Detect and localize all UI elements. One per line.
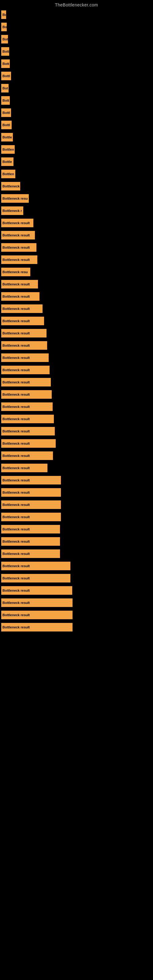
bar-row: Bottleneck result bbox=[0, 621, 153, 633]
bar-label: Bottleneck result bbox=[2, 589, 30, 592]
bar-row: Bottleneck result bbox=[0, 560, 153, 572]
bar: Bottleneck result bbox=[1, 378, 51, 387]
bar: Bottleneck resu bbox=[1, 268, 30, 276]
bar: Bottleneck result bbox=[1, 280, 38, 288]
bar-row: Bottleneck result bbox=[0, 339, 153, 352]
bar-label: Bottleneck result bbox=[2, 344, 30, 347]
bar: Bottleneck result bbox=[1, 402, 53, 411]
bar-label: Bottleneck result bbox=[2, 258, 30, 261]
bar-label: Bottleneck result bbox=[2, 356, 30, 360]
bar-row: Bottleneck result bbox=[0, 376, 153, 388]
bar: Bottleneck result bbox=[1, 341, 47, 350]
bar-row: Bottleneck result bbox=[0, 609, 153, 621]
bar-row: Bottleneck result bbox=[0, 572, 153, 584]
bar-row: Bottlen bbox=[0, 168, 153, 180]
bar-row: Bottleneck result bbox=[0, 364, 153, 376]
bar: Bottleneck result bbox=[1, 586, 72, 595]
bar-label: Bottl bbox=[2, 74, 10, 78]
bar-label: Bottleneck result bbox=[2, 246, 30, 249]
bar-label: Bottleneck result bbox=[2, 454, 30, 458]
bar: Bottleneck result bbox=[1, 231, 35, 240]
bar-row: Bottlen bbox=[0, 143, 153, 156]
bar-label: Bottl bbox=[2, 111, 10, 115]
bar-label: Bottleneck resu bbox=[2, 197, 28, 200]
bar: Bottleneck result bbox=[1, 488, 61, 497]
bar: Bottleneck result bbox=[1, 562, 70, 570]
bar-label: Bottleneck bbox=[2, 185, 19, 188]
bar-row: Bottleneck result bbox=[0, 474, 153, 486]
bar-label: Bottleneck result bbox=[2, 319, 30, 323]
bar-label: Bottle bbox=[2, 135, 12, 139]
bar-row: Bottleneck result bbox=[0, 499, 153, 511]
bar: Bottleneck result bbox=[1, 476, 61, 485]
bar: Bot bbox=[1, 84, 9, 92]
bar-label: Bo bbox=[2, 25, 7, 29]
bar-row: Bottleneck result bbox=[0, 413, 153, 425]
bar-row: Bo bbox=[0, 21, 153, 33]
bar-row: Bottleneck result bbox=[0, 438, 153, 450]
bar: Bottleneck result bbox=[1, 353, 49, 362]
bar-row: Bo bbox=[0, 9, 153, 21]
bar-row: Bottleneck result bbox=[0, 315, 153, 327]
bar-row: Bot bbox=[0, 33, 153, 45]
bar-label: Bottleneck result bbox=[2, 527, 30, 531]
bar: Bottleneck result bbox=[1, 500, 61, 509]
bar: Bottleneck result bbox=[1, 317, 44, 325]
bar-row: Bottleneck result bbox=[0, 290, 153, 302]
bar: Bottleneck result bbox=[1, 549, 60, 558]
bar: Bottleneck result bbox=[1, 525, 60, 533]
bar: Bottleneck result bbox=[1, 513, 61, 521]
bar-label: Bottleneck result bbox=[2, 368, 30, 372]
bar-row: Bottleneck result bbox=[0, 217, 153, 229]
bar-label: Bottleneck result bbox=[2, 430, 30, 433]
bar-label: Bottleneck result bbox=[2, 515, 30, 519]
bar-label: Bot bbox=[2, 86, 8, 90]
bar-label: Bottleneck result bbox=[2, 282, 30, 286]
bar: Bottlen bbox=[1, 170, 15, 178]
bar-row: Bottleneck result bbox=[0, 352, 153, 364]
bar: Bottleneck result bbox=[1, 464, 48, 472]
bar-row: Bottleneck result bbox=[0, 302, 153, 315]
bar-label: Bo bbox=[2, 13, 6, 16]
bar-label: Bottleneck result bbox=[2, 466, 30, 470]
bar-row: Bottleneck result bbox=[0, 425, 153, 438]
bar: Bottleneck result bbox=[1, 366, 49, 374]
bar: Bo bbox=[1, 23, 7, 31]
bar: Bottleneck bbox=[1, 182, 20, 191]
bar-row: Bot bbox=[0, 82, 153, 94]
bar-label: Bot bbox=[2, 37, 8, 41]
bar: Bottleneck result bbox=[1, 623, 73, 632]
bar: Bottl bbox=[1, 108, 11, 117]
bar-label: Bottleneck result bbox=[2, 417, 30, 421]
site-title: TheBottlenecker.com bbox=[0, 0, 153, 9]
bar-label: Bottleneck result bbox=[2, 294, 30, 298]
bar-row: Bottleneck resu bbox=[0, 266, 153, 278]
bar-label: Bottleneck result bbox=[2, 221, 30, 225]
bar-label: Bottle bbox=[2, 160, 12, 164]
bar-label: Bottleneck result bbox=[2, 613, 30, 617]
bar: Bottleneck result bbox=[1, 219, 33, 227]
bar-label: Bott bbox=[2, 62, 9, 65]
bar-label: Bottleneck result bbox=[2, 331, 30, 335]
bar-label: Bottlen bbox=[2, 148, 14, 151]
bar-label: Bottleneck result bbox=[2, 491, 30, 494]
bar-label: Bottleneck r bbox=[2, 209, 22, 213]
bar-row: Bottleneck result bbox=[0, 229, 153, 241]
bar: Bott bbox=[1, 96, 10, 105]
bar-row: Bottleneck result bbox=[0, 462, 153, 474]
bar-label: Bottleneck result bbox=[2, 380, 30, 384]
bar: Bottleneck result bbox=[1, 304, 43, 313]
bar-row: Bott bbox=[0, 45, 153, 57]
bar-label: Bottleneck result bbox=[2, 442, 30, 445]
bar: Bottleneck result bbox=[1, 574, 70, 582]
bar: Bottleneck result bbox=[1, 390, 52, 399]
bars-container: BoBoBotBottBottBottlBotBottBottlBottlBot… bbox=[0, 9, 153, 633]
bar-row: Bottleneck result bbox=[0, 523, 153, 535]
bar: Bott bbox=[1, 59, 10, 68]
bar: Bo bbox=[1, 10, 6, 19]
bar-row: Bottl bbox=[0, 119, 153, 131]
bar-row: Bottl bbox=[0, 107, 153, 119]
bar-row: Bottleneck result bbox=[0, 597, 153, 609]
bar-label: Bottleneck result bbox=[2, 539, 30, 543]
bar-row: Bott bbox=[0, 94, 153, 107]
